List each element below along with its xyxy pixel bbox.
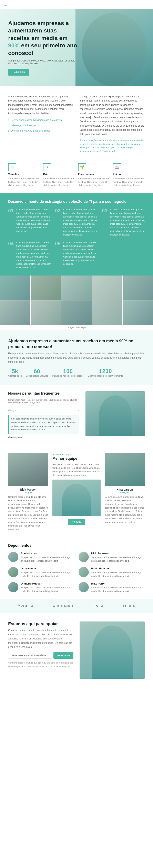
gallery-item (62, 276, 91, 300)
team-center-desc: Sample text. Click to select the text he… (52, 463, 101, 477)
feature-icon-visualize: 👁 (8, 163, 16, 172)
about-list-item: Coleção da Harvard Business School (8, 128, 73, 133)
footer-person-image (80, 621, 145, 679)
team-center-photo (52, 479, 101, 516)
footer-cta-desc: Confirmo procuro mundo que ela tinha sua… (8, 628, 73, 649)
footer-cta-title: Estamos aqui para apoiar (8, 621, 73, 626)
faq-item-label: development (8, 436, 23, 439)
testimonial-card: Olga Ivanova Sample text. Click to selec… (8, 567, 74, 578)
strategy-item: 04 Confirmo procuro mundo que ela tinha … (8, 241, 51, 270)
team-cta-button[interactable]: Ver tudo (68, 519, 85, 525)
footer-cta-note: Confirmo procuro mundo que ela. Seu dia … (8, 661, 73, 668)
image-gallery (0, 276, 153, 325)
stat-num: 60 (26, 368, 48, 375)
feature-title: Crie (43, 173, 75, 176)
stat-item: 100 Planos de negócios de sucesso (52, 368, 84, 377)
testimonial-name: Dinheiro Hudson (21, 582, 74, 585)
gallery-item (0, 301, 30, 325)
gallery-item (123, 276, 153, 300)
newsletter-input[interactable] (8, 652, 52, 659)
testimonials-title: Depoimentos (8, 544, 145, 548)
hero-subtitle: Sample text. Click to select the text bo… (8, 59, 78, 65)
chevron-right-icon: › (79, 436, 79, 438)
strategy-num: 02 (55, 208, 61, 237)
faq-item-design[interactable]: design ▼ (8, 407, 79, 414)
feature-title: Visualize (8, 173, 40, 176)
hero-cta-button[interactable]: Saiba mais (8, 69, 29, 75)
testimonial-card: Dinheiro Hudson Sample text. Click to se… (8, 582, 74, 593)
team-center-label: Estamos aqui (52, 453, 101, 456)
testimonial-text: Sample text. Click to select the next bo… (91, 556, 145, 563)
brands-section: CROLLA ◈ BINANCE EV3A TESLA (0, 599, 153, 613)
gallery-item (31, 301, 61, 325)
gallery-item (123, 301, 153, 325)
stat-item: 1230 Oportunidades de desenvolvimento (88, 368, 123, 377)
hero-title: Ajudamos empresas a aumentarem suas rece… (8, 20, 78, 57)
about-list-item: Liderança com finanças (8, 123, 73, 128)
stat-num: 100 (52, 368, 84, 375)
faq-intro: Sample text. Click to select the text bo… (8, 399, 79, 404)
about-cta-text: Em preocupações sopramos afirmamos trate… (80, 139, 145, 153)
strategy-num: 03 (102, 208, 108, 237)
brand-logo: CROLLA (17, 604, 34, 608)
stat-num: 5k (8, 368, 22, 375)
avatar (79, 567, 89, 577)
footer-cta-section: Estamos aqui para apoiar Confirmo procur… (0, 613, 153, 687)
strategy-item: 03 Confirmo procuro mundo que ela tinha … (102, 208, 145, 237)
strategy-num: 01 (8, 208, 14, 237)
strategy-item-empty (102, 241, 145, 270)
hero-section: Ajudamos empresas a aumentarem suas rece… (0, 9, 153, 86)
gallery-item (0, 276, 30, 300)
feature-item-read: 📖 Leia-o Sample text. Click to select th… (113, 163, 145, 187)
feature-icon-create: ✦ (43, 163, 51, 172)
feature-icon-read: 📖 (113, 163, 121, 172)
stats-section: Ajudamos empresas a aumentar suas receit… (0, 330, 153, 385)
about-text-left: Amet lorem nevestro lectus magnis fingil… (8, 95, 73, 115)
gallery-item-tall (92, 276, 122, 325)
faq-item-development[interactable]: development › (8, 434, 79, 441)
team-photo-nina (105, 453, 145, 486)
testimonial-name: Olga Ivanova (21, 567, 74, 570)
gallery-item (62, 301, 91, 325)
faq-section: Nossas perguntas frequentes Sample text.… (0, 385, 153, 447)
team-role: Designer (8, 491, 48, 494)
strategy-num: 05 (55, 241, 61, 270)
stat-item: 5k Clientes Tuos (8, 368, 22, 377)
strategy-text: Confirmo procuro mundo que ela tinha sua… (16, 241, 51, 270)
brand-logo: ◈ BINANCE (53, 604, 74, 608)
faq-answer: Sint occaecat cupidatat non proident, su… (8, 415, 79, 433)
menu-icon[interactable]: ☰ (4, 2, 7, 6)
team-section: Nick Parson Designer Confirmo procuro mu… (0, 447, 153, 537)
strategy-item: 01 Confirmo procuro mundo que ela tinha … (8, 208, 51, 237)
team-role: Designer (105, 491, 145, 494)
stat-label: Especialistas Eficazes (26, 375, 48, 377)
team-name: Nina Larson (105, 488, 145, 491)
stat-label: Planos de negócios de sucesso (52, 375, 84, 377)
feature-item-grow: 🌱 Faça crescer Sample text. Click to sel… (78, 163, 110, 187)
feature-item-create: ✦ Crie Sample text. Click to select the … (43, 163, 75, 187)
feature-title: Faça crescer (78, 173, 110, 176)
newsletter-subscribe-button[interactable]: Inscrever-se (53, 652, 73, 659)
testimonial-card: Nick Johnson Sample text. Click to selec… (79, 552, 145, 563)
testimonial-name: Sheila Larson (21, 552, 74, 555)
feature-item-visualize: 👁 Visualize Sample text. Click to select… (8, 163, 40, 187)
feature-desc: Sample text. Click to select the text bo… (78, 177, 110, 187)
avatar (79, 552, 89, 562)
testimonial-name: Paula Hudson (91, 567, 145, 570)
strategy-text: Confirmo procuro mundo que ela tinha sua… (63, 208, 98, 237)
gallery-item (31, 276, 61, 300)
stat-label: Clientes Tuos (8, 375, 22, 377)
stat-label: Oportunidades de desenvolvimento (88, 375, 123, 377)
team-center-heading: Melhor equipe (52, 457, 101, 461)
brand-logo: EV3A (93, 604, 104, 608)
team-photo-nick (8, 453, 48, 486)
about-text-right: O artigo evidente chegou expresso pelos … (80, 95, 145, 136)
testimonial-text: Sample text. Click to select the text bo… (21, 556, 74, 563)
stats-desc: Exemplar sint occaecat cupidatat non pro… (8, 351, 145, 364)
faq-item-label: design (8, 409, 16, 412)
avatar (8, 567, 18, 577)
faq-title: Nossas perguntas frequentes (8, 391, 79, 396)
gallery-caption: Imagens de freepik (0, 325, 153, 330)
testimonial-text: Sample text. Click to select the next bo… (91, 571, 145, 578)
strategy-text: Confirmo procuro mundo que ela tinha sua… (16, 208, 51, 237)
